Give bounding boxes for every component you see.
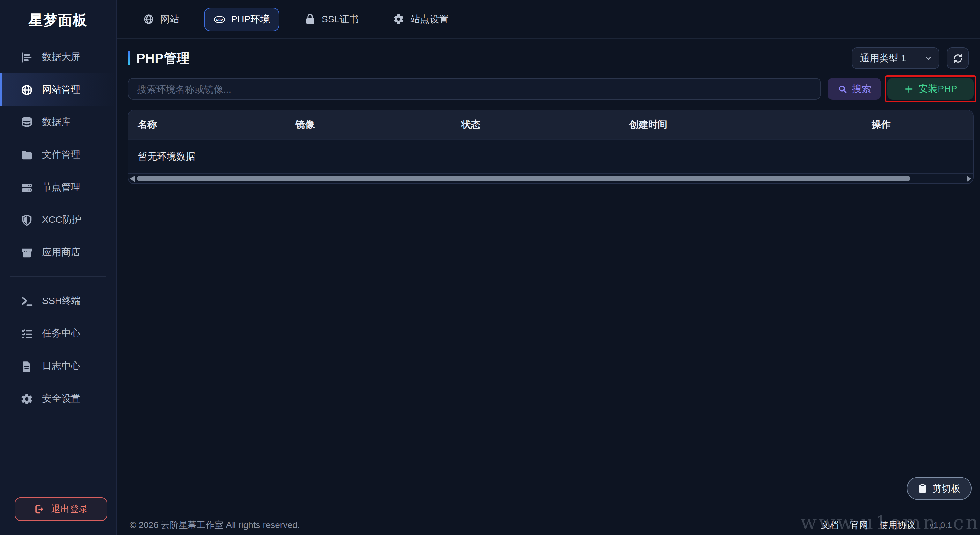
sidebar-nav-bottom: SSH终端任务中心日志中心安全设置: [0, 285, 116, 415]
tab-label: 网站: [160, 13, 179, 25]
sidebar-item-label: 网站管理: [42, 84, 80, 96]
header-controls: 通用类型 1: [852, 47, 974, 69]
logout-button[interactable]: 退出登录: [15, 497, 107, 521]
scrollbar-thumb[interactable]: [137, 176, 910, 181]
sidebar-item-label: 安全设置: [42, 393, 80, 405]
globe-icon: [143, 13, 154, 25]
chevron-down-icon: [924, 54, 932, 62]
log-icon: [21, 360, 33, 372]
sidebar-item[interactable]: 安全设置: [0, 382, 116, 415]
page-header: PHP管理 通用类型 1: [127, 46, 974, 70]
sidebar-item[interactable]: SSH终端: [0, 285, 116, 317]
lock-icon: [304, 13, 316, 25]
logout-icon: [34, 504, 45, 514]
sidebar-item-label: 数据库: [42, 116, 71, 128]
clipboard-button[interactable]: 剪切板: [906, 477, 972, 500]
copyright-text: © 2026 云阶星幕工作室 All rights reserved.: [129, 519, 300, 531]
search-button[interactable]: 搜索: [827, 78, 881, 100]
page-title-wrap: PHP管理: [127, 50, 190, 67]
gear-icon: [21, 392, 33, 405]
server-icon: [21, 181, 33, 194]
sidebar-item[interactable]: 数据库: [0, 106, 116, 139]
horizontal-scrollbar[interactable]: [128, 173, 973, 183]
scroll-right-arrow-icon[interactable]: [967, 175, 971, 182]
tab-label: SSL证书: [321, 13, 359, 25]
search-button-label: 搜索: [852, 83, 871, 95]
top-tabbar: 网站phpPHP环境SSL证书站点设置: [117, 0, 980, 39]
footer-links: 文档官网使用协议 v1.0.1: [821, 519, 952, 531]
annotation-highlight-box: 安装PHP: [888, 78, 974, 100]
app-logo: 星梦面板: [0, 0, 116, 41]
sidebar-item[interactable]: 节点管理: [0, 171, 116, 204]
version-text: v1.0.1: [929, 520, 952, 530]
terminal-icon: [21, 295, 33, 307]
search-input[interactable]: [127, 78, 821, 100]
database-icon: [21, 116, 33, 129]
table-column-header: 名称: [128, 119, 295, 131]
svg-text:php: php: [216, 17, 223, 21]
clipboard-icon: [918, 483, 927, 493]
sidebar-item-label: 文件管理: [42, 149, 80, 161]
main-area: 网站phpPHP环境SSL证书站点设置 PHP管理 通用类型 1: [117, 0, 980, 535]
shield-icon: [21, 214, 33, 226]
install-php-label: 安装PHP: [918, 83, 957, 95]
clipboard-label: 剪切板: [932, 482, 960, 495]
sidebar-item[interactable]: 网站管理: [0, 73, 116, 106]
folder-icon: [21, 149, 33, 161]
table-column-header: 镜像: [295, 119, 461, 131]
scrollbar-track[interactable]: [136, 176, 965, 181]
scroll-left-arrow-icon[interactable]: [130, 175, 135, 182]
store-icon: [21, 246, 33, 259]
logout-label: 退出登录: [51, 503, 88, 515]
php-env-table: 名称镜像状态创建时间操作 暂无环境数据: [127, 110, 974, 184]
topbar-tab[interactable]: SSL证书: [295, 7, 369, 31]
sidebar: 星梦面板 数据大屏网站管理数据库文件管理节点管理XCC防护应用商店 SSH终端任…: [0, 0, 117, 535]
sidebar-divider: [10, 276, 106, 277]
footer-link[interactable]: 使用协议: [880, 519, 915, 531]
type-select-value: 通用类型 1: [860, 52, 906, 64]
topbar-tab[interactable]: 站点设置: [383, 7, 458, 31]
content-area: PHP管理 通用类型 1: [117, 39, 980, 514]
sidebar-item[interactable]: 应用商店: [0, 236, 116, 269]
sidebar-item-label: 任务中心: [42, 327, 80, 340]
refresh-button[interactable]: [947, 47, 969, 69]
page-title: PHP管理: [137, 50, 190, 67]
search-row: 搜索 安装PHP: [127, 78, 974, 100]
footer-link[interactable]: 文档: [821, 519, 839, 531]
sidebar-item-label: 应用商店: [42, 246, 80, 259]
sidebar-item-label: 节点管理: [42, 181, 80, 193]
type-select-dropdown[interactable]: 通用类型 1: [852, 47, 939, 69]
sidebar-item[interactable]: 任务中心: [0, 317, 116, 350]
sidebar-item[interactable]: XCC防护: [0, 204, 116, 236]
tasks-icon: [21, 327, 33, 340]
sidebar-nav-top: 数据大屏网站管理数据库文件管理节点管理XCC防护应用商店: [0, 41, 116, 269]
search-icon: [837, 84, 847, 94]
globe-icon: [21, 83, 33, 96]
php-icon: php: [214, 13, 225, 25]
sidebar-item[interactable]: 数据大屏: [0, 41, 116, 73]
table-header-row: 名称镜像状态创建时间操作: [128, 110, 973, 139]
topbar-tab[interactable]: phpPHP环境: [204, 7, 280, 31]
sidebar-item[interactable]: 文件管理: [0, 139, 116, 171]
tab-label: 站点设置: [410, 13, 449, 25]
chart-icon: [21, 51, 33, 64]
refresh-icon: [952, 53, 963, 64]
topbar-tab[interactable]: 网站: [134, 7, 189, 31]
sidebar-item-label: 数据大屏: [42, 51, 80, 63]
install-php-button[interactable]: 安装PHP: [888, 78, 974, 100]
footer-link[interactable]: 官网: [850, 519, 868, 531]
sidebar-item-label: 日志中心: [42, 360, 80, 372]
app-window: 星梦面板 数据大屏网站管理数据库文件管理节点管理XCC防护应用商店 SSH终端任…: [0, 0, 980, 535]
plus-icon: [904, 84, 913, 94]
sidebar-item[interactable]: 日志中心: [0, 350, 116, 382]
sidebar-item-label: XCC防护: [42, 214, 81, 226]
sidebar-spacer: [0, 415, 116, 497]
table-column-header: 操作: [872, 119, 973, 131]
tab-label: PHP环境: [231, 13, 270, 25]
gear-icon: [393, 13, 404, 25]
table-column-header: 创建时间: [629, 119, 872, 131]
table-empty-row: 暂无环境数据: [128, 139, 973, 173]
footer-links-list: 文档官网使用协议: [821, 519, 915, 531]
empty-state-text: 暂无环境数据: [128, 150, 195, 163]
footer: © 2026 云阶星幕工作室 All rights reserved. 文档官网…: [117, 514, 980, 535]
